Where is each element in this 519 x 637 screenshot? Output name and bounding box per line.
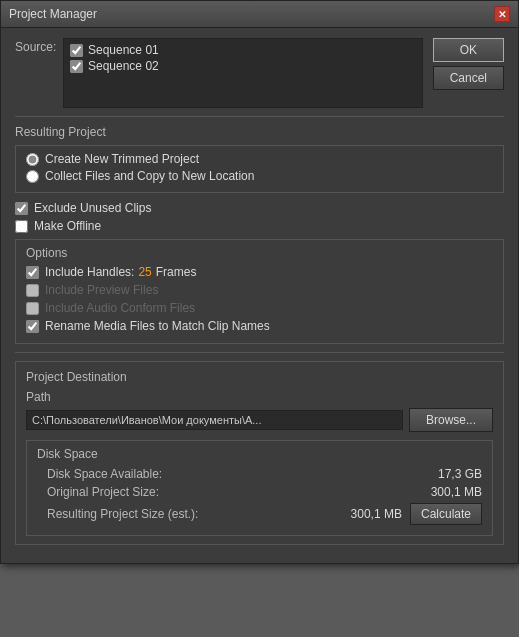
divider-2: [15, 352, 504, 353]
make-offline-label: Make Offline: [34, 219, 101, 233]
source-list: Sequence 01 Sequence 02: [63, 38, 423, 108]
window-title: Project Manager: [9, 7, 97, 21]
radio-item: Collect Files and Copy to New Location: [26, 169, 493, 183]
exclude-unused-clips-label: Exclude Unused Clips: [34, 201, 151, 215]
include-preview-label: Include Preview Files: [45, 283, 158, 297]
source-label: Source:: [15, 38, 63, 54]
ok-cancel-group: OK Cancel: [433, 38, 504, 90]
list-item: Sequence 01: [70, 43, 416, 57]
cancel-button[interactable]: Cancel: [433, 66, 504, 90]
include-audio-label: Include Audio Conform Files: [45, 301, 195, 315]
close-button[interactable]: ✕: [494, 6, 510, 22]
sequence-01-label: Sequence 01: [88, 43, 159, 57]
path-row: C:\Пользователи\Иванов\Мои документы\А..…: [26, 408, 493, 432]
make-offline-checkbox[interactable]: [15, 220, 28, 233]
destination-title: Project Destination: [26, 370, 493, 384]
include-preview-row: Include Preview Files: [26, 283, 493, 297]
include-audio-checkbox[interactable]: [26, 302, 39, 315]
include-handles-row: Include Handles: 25 Frames: [26, 265, 493, 279]
calculate-button[interactable]: Calculate: [410, 503, 482, 525]
include-handles-label: Include Handles:: [45, 265, 134, 279]
include-preview-checkbox[interactable]: [26, 284, 39, 297]
options-title: Options: [26, 246, 493, 260]
options-box: Options Include Handles: 25 Frames Inclu…: [15, 239, 504, 344]
original-size-value: 300,1 MB: [431, 485, 482, 499]
disk-space-box: Disk Space Disk Space Available: 17,3 GB…: [26, 440, 493, 536]
list-item: Sequence 02: [70, 59, 416, 73]
rename-media-checkbox[interactable]: [26, 320, 39, 333]
divider: [15, 116, 504, 117]
disk-available-value: 17,3 GB: [438, 467, 482, 481]
title-bar: Project Manager ✕: [1, 1, 518, 28]
resulting-project-options: Create New Trimmed Project Collect Files…: [15, 145, 504, 193]
create-trimmed-label: Create New Trimmed Project: [45, 152, 199, 166]
handles-unit: Frames: [156, 265, 197, 279]
browse-button[interactable]: Browse...: [409, 408, 493, 432]
exclude-unused-clips-row: Exclude Unused Clips: [15, 201, 504, 215]
path-label: Path: [26, 390, 493, 404]
collect-files-radio[interactable]: [26, 170, 39, 183]
sequence-02-checkbox[interactable]: [70, 60, 83, 73]
sequence-01-checkbox[interactable]: [70, 44, 83, 57]
collect-files-label: Collect Files and Copy to New Location: [45, 169, 254, 183]
resulting-size-row: Resulting Project Size (est.): 300,1 MB …: [37, 503, 482, 525]
resulting-size-value: 300,1 MB: [351, 507, 402, 521]
handles-value: 25: [138, 265, 151, 279]
resulting-size-label: Resulting Project Size (est.):: [47, 507, 351, 521]
include-handles-checkbox[interactable]: [26, 266, 39, 279]
disk-available-row: Disk Space Available: 17,3 GB: [37, 467, 482, 481]
main-content: Source: Sequence 01 Sequence 02 OK Cance…: [1, 28, 518, 563]
create-trimmed-radio[interactable]: [26, 153, 39, 166]
sequence-02-label: Sequence 02: [88, 59, 159, 73]
resulting-project-title: Resulting Project: [15, 125, 504, 139]
rename-media-label: Rename Media Files to Match Clip Names: [45, 319, 270, 333]
original-size-row: Original Project Size: 300,1 MB: [37, 485, 482, 499]
exclude-unused-clips-checkbox[interactable]: [15, 202, 28, 215]
disk-available-label: Disk Space Available:: [47, 467, 438, 481]
disk-space-title: Disk Space: [37, 447, 482, 461]
make-offline-row: Make Offline: [15, 219, 504, 233]
include-audio-row: Include Audio Conform Files: [26, 301, 493, 315]
source-section: Source: Sequence 01 Sequence 02 OK Cance…: [15, 38, 504, 108]
project-manager-window: Project Manager ✕ Source: Sequence 01 Se…: [0, 0, 519, 564]
path-display: C:\Пользователи\Иванов\Мои документы\А..…: [26, 410, 403, 430]
radio-item: Create New Trimmed Project: [26, 152, 493, 166]
original-size-label: Original Project Size:: [47, 485, 431, 499]
rename-media-row: Rename Media Files to Match Clip Names: [26, 319, 493, 333]
destination-section: Project Destination Path C:\Пользователи…: [15, 361, 504, 545]
ok-button[interactable]: OK: [433, 38, 504, 62]
